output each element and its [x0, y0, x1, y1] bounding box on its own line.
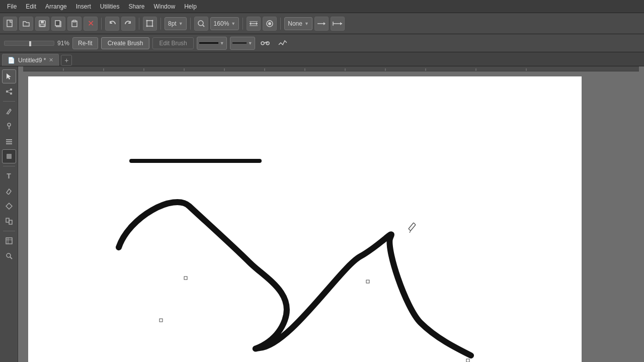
svg-marker-23 [324, 22, 326, 25]
svg-line-63 [414, 223, 416, 225]
menu-help[interactable]: Help [180, 2, 201, 11]
svg-point-12 [152, 25, 153, 27]
svg-marker-19 [256, 22, 258, 25]
tab-untitled9[interactable]: 📄 Untitled9 * ✕ [2, 54, 59, 66]
text-tool-button[interactable]: T [2, 169, 16, 183]
svg-rect-2 [41, 21, 44, 23]
zoom-tool-button[interactable] [2, 249, 16, 263]
pencil-tool-button[interactable] [2, 104, 16, 118]
svg-line-35 [6, 113, 7, 114]
gradient-tool-button[interactable] [2, 199, 16, 213]
save-button[interactable] [35, 17, 49, 31]
svg-point-11 [146, 25, 148, 27]
svg-point-13 [198, 21, 203, 26]
control-point-4 [159, 319, 163, 322]
svg-point-27 [261, 42, 264, 45]
canvas-area [18, 66, 644, 362]
ruler-top [23, 66, 639, 71]
sep4 [190, 18, 191, 30]
svg-rect-0 [7, 20, 12, 27]
svg-point-21 [268, 22, 271, 25]
main-area: T [0, 66, 644, 362]
svg-marker-18 [250, 22, 251, 25]
corner-icon[interactable] [258, 36, 272, 50]
create-brush-button[interactable]: Create Brush [101, 37, 150, 49]
menu-bar: File Edit Arrange Insert Utilities Share… [0, 0, 644, 13]
stroke-style-1[interactable]: ▼ [197, 37, 227, 50]
tool-sep-3 [3, 231, 15, 231]
svg-line-64 [409, 229, 411, 231]
arrow-right-button[interactable] [314, 17, 329, 31]
stroke-size-value: 8pt [168, 20, 177, 27]
svg-rect-39 [6, 141, 12, 142]
menu-edit[interactable]: Edit [22, 2, 40, 11]
svg-point-47 [7, 253, 11, 257]
svg-rect-8 [147, 21, 152, 26]
grid-button[interactable] [247, 17, 261, 31]
menu-utilities[interactable]: Utilities [96, 2, 124, 11]
paste-button[interactable] [67, 17, 82, 31]
svg-rect-44 [6, 238, 12, 244]
add-tab-button[interactable]: + [61, 55, 72, 66]
svg-point-10 [152, 20, 153, 21]
pen-tool-button[interactable] [2, 214, 16, 228]
sep3 [160, 18, 161, 30]
none-value: None [288, 20, 302, 27]
menu-arrange[interactable]: Arrange [41, 2, 71, 11]
stroke-style-2[interactable]: ▼ [230, 37, 255, 50]
svg-rect-38 [6, 139, 12, 140]
redo-button[interactable] [121, 17, 135, 31]
stroke-line-1 [199, 42, 218, 44]
zoom-icon[interactable] [194, 17, 208, 31]
export-button[interactable] [331, 17, 345, 31]
zoom-dropdown[interactable]: 160% ▼ [210, 17, 239, 30]
menu-window[interactable]: Window [149, 2, 179, 11]
svg-point-9 [146, 20, 148, 21]
tab-close-button[interactable]: ✕ [49, 57, 53, 63]
fill-tool-button[interactable] [2, 119, 16, 133]
refit-button[interactable]: Re-fit [72, 37, 98, 49]
layers-tool-button[interactable] [2, 134, 16, 148]
svg-rect-42 [6, 218, 9, 222]
tool-sep-1 [3, 101, 15, 102]
eraser-tool-button[interactable] [2, 184, 16, 198]
toolbox: T [0, 66, 18, 362]
open-button[interactable] [19, 17, 33, 31]
frame-tool-button[interactable] [2, 234, 16, 248]
svg-marker-25 [340, 22, 342, 25]
smooth-icon[interactable] [275, 36, 289, 50]
secondary-toolbar: 91% Re-fit Create Brush Edit Brush ▼ ▼ [0, 34, 644, 52]
tool-sep-2 [3, 166, 15, 166]
drawing-canvas[interactable] [28, 76, 582, 362]
stroke-line-2 [232, 42, 247, 44]
control-point-5 [466, 359, 469, 362]
control-point-2 [184, 277, 187, 280]
menu-share[interactable]: Share [124, 2, 148, 11]
svg-line-66 [410, 231, 411, 233]
undo-button[interactable] [105, 17, 119, 31]
brush-stroke-2 [119, 202, 471, 355]
close-button[interactable]: ✕ [84, 17, 98, 31]
sep5 [243, 18, 243, 30]
copy-button[interactable] [51, 17, 65, 31]
stroke-chevron-1: ▼ [220, 41, 224, 46]
new-button[interactable] [3, 17, 17, 31]
zoom-percentage: 91% [57, 40, 69, 47]
brush-tool-button[interactable] [2, 149, 16, 163]
stroke-size-dropdown[interactable]: 8pt ▼ [165, 17, 187, 30]
record-button[interactable] [263, 17, 277, 31]
edit-brush-button[interactable]: Edit Brush [152, 37, 193, 49]
sep6 [280, 18, 281, 30]
menu-insert[interactable]: Insert [72, 2, 95, 11]
canvas-svg [28, 76, 582, 362]
node-tool-button[interactable] [2, 84, 16, 99]
none-dropdown[interactable]: None ▼ [284, 17, 312, 30]
sep1 [101, 18, 102, 30]
pen-cursor [409, 223, 416, 233]
select-tool-button[interactable] [2, 69, 16, 83]
svg-rect-40 [6, 143, 12, 144]
svg-rect-41 [7, 154, 12, 159]
menu-file[interactable]: File [3, 2, 21, 11]
transform-button[interactable] [143, 17, 157, 31]
svg-line-48 [10, 257, 12, 259]
